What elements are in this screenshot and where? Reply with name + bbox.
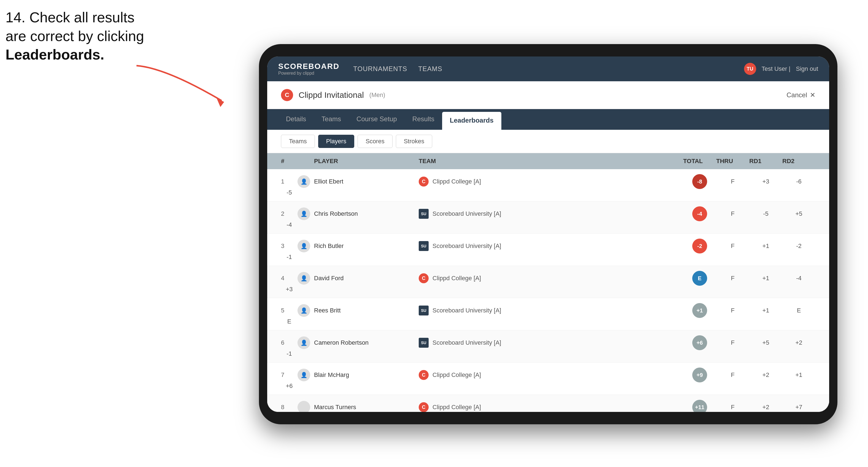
col-rd1: RD1 bbox=[749, 158, 782, 165]
nav-tournaments[interactable]: TOURNAMENTS bbox=[353, 63, 407, 75]
sign-out-link[interactable]: Sign out bbox=[796, 65, 818, 72]
team-cell: SU Scoreboard University [A] bbox=[419, 306, 556, 315]
filter-scores-button[interactable]: Scores bbox=[358, 135, 392, 148]
row-rank: 1 bbox=[281, 178, 298, 185]
total-cell: +11 bbox=[683, 400, 716, 412]
player-cell: Elliot Ebert bbox=[314, 178, 419, 185]
tournament-badge: (Men) bbox=[369, 91, 385, 99]
logo-sub: Powered by clippd bbox=[278, 71, 339, 76]
player-avatar: 👤 bbox=[298, 240, 310, 252]
table-row[interactable]: 2 👤 Chris Robertson SU Scoreboard Univer… bbox=[267, 201, 829, 234]
player-name: Blair McHarg bbox=[314, 371, 349, 379]
tab-results[interactable]: Results bbox=[405, 109, 442, 130]
player-cell: Chris Robertson bbox=[314, 210, 419, 217]
rd3-value: -1 bbox=[281, 350, 298, 357]
player-name: Cameron Robertson bbox=[314, 339, 369, 346]
row-rank: 4 bbox=[281, 275, 298, 282]
thru-value: F bbox=[716, 178, 749, 185]
rd2-value: +7 bbox=[782, 404, 815, 411]
table-row[interactable]: 7 👤 Blair McHarg C Clippd College [A] +9… bbox=[267, 363, 829, 395]
tab-course-setup[interactable]: Course Setup bbox=[349, 109, 405, 130]
row-rank: 5 bbox=[281, 307, 298, 314]
total-badge: +1 bbox=[692, 303, 707, 318]
thru-value: F bbox=[716, 210, 749, 217]
team-cell: SU Scoreboard University [A] bbox=[419, 338, 556, 348]
tab-teams[interactable]: Teams bbox=[314, 109, 349, 130]
filter-players-button[interactable]: Players bbox=[318, 135, 354, 148]
team-logo-icon: C bbox=[419, 273, 429, 283]
tablet-frame: SCOREBOARD Powered by clippd TOURNAMENTS… bbox=[259, 44, 837, 424]
thru-value: F bbox=[716, 307, 749, 314]
team-cell: C Clippd College [A] bbox=[419, 402, 556, 412]
team-logo-icon: C bbox=[419, 177, 429, 187]
rd3-value: -1 bbox=[281, 253, 298, 261]
team-cell: C Clippd College [A] bbox=[419, 177, 556, 187]
filter-bar: Teams Players Scores Strokes bbox=[267, 130, 829, 153]
table-row[interactable]: 6 👤 Cameron Robertson SU Scoreboard Univ… bbox=[267, 330, 829, 363]
player-name: Chris Robertson bbox=[314, 210, 358, 217]
instruction-line3: Leaderboards. bbox=[5, 46, 104, 63]
arrow-indicator bbox=[113, 61, 245, 116]
team-logo-icon: C bbox=[419, 402, 429, 412]
logo-area: SCOREBOARD Powered by clippd bbox=[278, 62, 339, 76]
total-cell: E bbox=[683, 271, 716, 286]
col-avatar bbox=[298, 158, 314, 165]
col-rd2: RD2 bbox=[782, 158, 815, 165]
filter-strokes-button[interactable]: Strokes bbox=[396, 135, 433, 148]
player-avatar: 👤 bbox=[298, 304, 310, 317]
rd3-value: -4 bbox=[281, 221, 298, 228]
player-avatar: 👤 bbox=[298, 272, 310, 285]
instruction-text: 14. Check all results are correct by cli… bbox=[5, 8, 144, 64]
nav-teams[interactable]: TEAMS bbox=[418, 63, 442, 75]
player-avatar bbox=[298, 401, 310, 412]
total-cell: +1 bbox=[683, 303, 716, 318]
tab-details[interactable]: Details bbox=[278, 109, 314, 130]
instruction-line2: are correct by clicking bbox=[5, 28, 144, 44]
team-logo-icon: SU bbox=[419, 241, 429, 251]
rd3-value: +6 bbox=[281, 382, 298, 390]
col-spacer bbox=[556, 158, 683, 165]
rd3-value: E bbox=[281, 318, 298, 325]
row-rank: 3 bbox=[281, 243, 298, 250]
row-rank: 8 bbox=[281, 404, 298, 411]
table-row[interactable]: 1 👤 Elliot Ebert C Clippd College [A] -8… bbox=[267, 169, 829, 201]
col-team: TEAM bbox=[419, 158, 556, 165]
rd1-value: +1 bbox=[749, 307, 782, 314]
table-row[interactable]: 4 👤 David Ford C Clippd College [A] E F … bbox=[267, 266, 829, 298]
user-avatar: TU bbox=[744, 63, 756, 75]
total-badge: -8 bbox=[692, 174, 707, 189]
player-cell: Blair McHarg bbox=[314, 371, 419, 379]
total-badge: E bbox=[692, 271, 707, 286]
total-cell: +6 bbox=[683, 335, 716, 350]
logo-text: SCOREBOARD bbox=[278, 62, 339, 71]
filter-teams-button[interactable]: Teams bbox=[281, 135, 315, 148]
rd1-value: +5 bbox=[749, 339, 782, 346]
table-row[interactable]: 5 👤 Rees Britt SU Scoreboard University … bbox=[267, 298, 829, 330]
total-cell: -2 bbox=[683, 239, 716, 253]
team-name: Scoreboard University [A] bbox=[433, 210, 501, 217]
player-avatar: 👤 bbox=[298, 369, 310, 381]
tournament-title: C Clippd Invitational (Men) bbox=[281, 89, 385, 101]
table-row[interactable]: 8 Marcus Turners C Clippd College [A] +1… bbox=[267, 395, 829, 412]
total-badge: +9 bbox=[692, 368, 707, 382]
team-cell: SU Scoreboard University [A] bbox=[419, 241, 556, 251]
cancel-button[interactable]: Cancel ✕ bbox=[786, 91, 815, 99]
team-name: Clippd College [A] bbox=[433, 275, 481, 282]
player-cell: Cameron Robertson bbox=[314, 339, 419, 346]
team-cell: C Clippd College [A] bbox=[419, 370, 556, 380]
player-name: David Ford bbox=[314, 275, 344, 282]
table-body: 1 👤 Elliot Ebert C Clippd College [A] -8… bbox=[267, 169, 829, 412]
instruction-line1: 14. Check all results bbox=[5, 9, 134, 25]
rd2-value: +1 bbox=[782, 371, 815, 379]
rd1-value: +1 bbox=[749, 275, 782, 282]
team-name: Clippd College [A] bbox=[433, 371, 481, 379]
user-initials: TU bbox=[747, 66, 753, 72]
table-row[interactable]: 3 👤 Rich Butler SU Scoreboard University… bbox=[267, 234, 829, 266]
rd2-value: -2 bbox=[782, 243, 815, 250]
total-cell: -4 bbox=[683, 206, 716, 221]
top-nav: SCOREBOARD Powered by clippd TOURNAMENTS… bbox=[267, 57, 829, 81]
col-thru: THRU bbox=[716, 158, 749, 165]
tab-leaderboards[interactable]: Leaderboards bbox=[442, 112, 501, 130]
team-logo-icon: C bbox=[419, 370, 429, 380]
player-avatar: 👤 bbox=[298, 336, 310, 349]
